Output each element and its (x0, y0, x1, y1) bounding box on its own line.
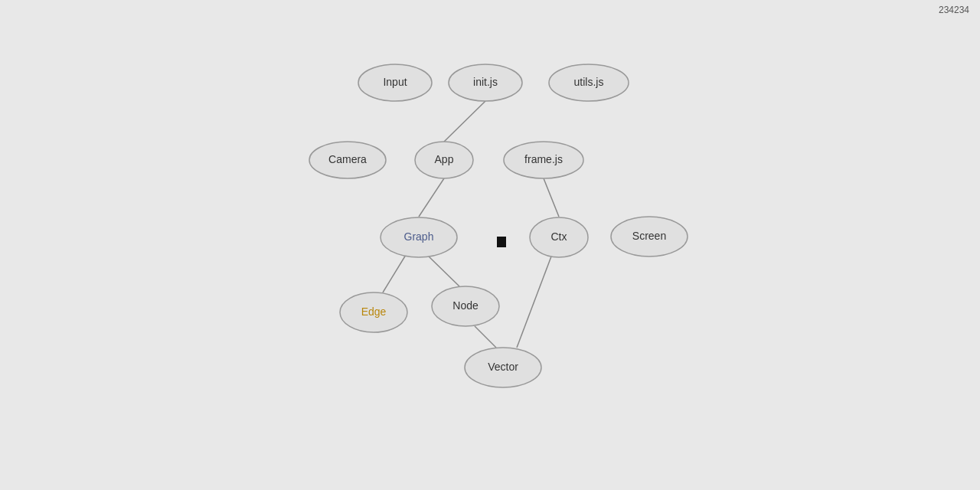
node-graph-label: Graph (404, 230, 434, 243)
node-utilsjs-label: utils.js (574, 76, 604, 88)
node-app-label: App (435, 153, 454, 165)
node-vector-label: Vector (488, 361, 518, 373)
node-ctx-label: Ctx (551, 230, 567, 243)
edge-initjs-app (444, 101, 485, 142)
edge-framejs-ctx (544, 178, 559, 217)
edge-graph-edge (383, 255, 406, 292)
edge-ctx-vector (517, 256, 551, 348)
node-initjs-label: init.js (473, 76, 498, 88)
node-edge-label: Edge (361, 305, 387, 318)
graph-canvas: Input init.js utils.js Camera App frame.… (0, 0, 980, 490)
edge-graph-node (429, 256, 459, 286)
cursor-indicator (497, 237, 506, 247)
node-screen-label: Screen (632, 230, 666, 242)
node-input-label: Input (383, 76, 407, 88)
edge-app-graph (419, 178, 444, 217)
node-framejs-label: frame.js (524, 153, 563, 165)
node-node-label: Node (452, 299, 479, 312)
edge-node-vector (475, 326, 496, 348)
node-camera-label: Camera (328, 153, 367, 165)
